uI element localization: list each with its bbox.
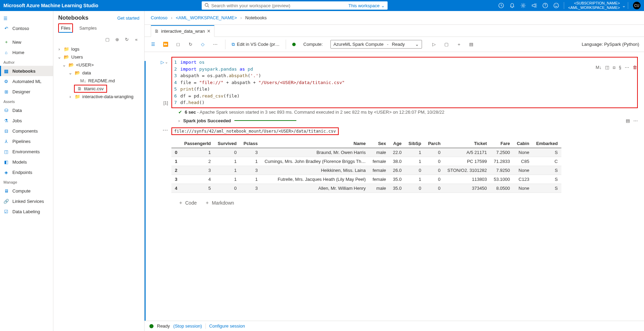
menu-icon[interactable]: ☰ [149,41,157,48]
table-row: 4503Allen, Mr. William Henrymale35.00037… [171,184,561,193]
nav-components[interactable]: ⊟ Components [0,126,53,136]
status-dot-icon [149,324,154,328]
add-compute-icon[interactable]: ＋ [455,41,463,48]
crumb-workspace[interactable]: <AML_WORKSPACE_NAME> [176,15,237,20]
tree-readme[interactable]: M↓ README.md [55,77,142,85]
megaphone-icon[interactable] [529,0,540,11]
nav-jobs[interactable]: ⚗ Jobs [0,115,53,126]
terminal-icon[interactable]: ▢ [104,36,110,42]
nav-linked-services[interactable]: 🔗 Linked Services [0,196,53,206]
file-icon: 🗎 [77,86,82,91]
split-icon[interactable]: ⧈ [613,65,615,70]
avatar[interactable]: CU [633,2,641,9]
add-file-icon[interactable]: ⊕ [114,36,120,42]
line-numbers: 1234567 [174,59,180,106]
clear-icon[interactable]: ◇ [199,41,207,48]
automl-icon: ⚙ [3,79,9,84]
column-header: Fare [490,139,514,148]
language-label[interactable]: Language: PySpark (Python) [582,42,639,47]
linked-icon: 🔗 [3,199,9,204]
nav-endpoints[interactable]: ◈ Endpoints [0,167,53,177]
tree-users[interactable]: ⌄ 📂 Users [55,53,142,61]
cell-toolbar: M↓ ◫ ⧈ § ⋯ 🗑 [595,65,637,70]
column-header: PassengerId [181,139,214,148]
collapse-icon[interactable]: « [133,36,139,42]
compute-select[interactable]: AzureML Spark Compute - Ready ⌄ [330,40,422,49]
edit-in-vscode[interactable]: ⧉ Edit in VS Code (pr… [232,42,279,47]
hamburger-icon[interactable]: ☰ [0,14,53,23]
more-icon[interactable]: ⋯ [211,41,219,48]
plus-icon: ＋ [205,200,210,206]
check-icon: ✔ [178,110,182,115]
nav-pipelines[interactable]: ⅄ Pipelines [0,136,53,146]
help-icon[interactable]: ? [540,0,551,11]
nav-environments[interactable]: ◫ Environments [0,146,53,157]
code-editor[interactable]: 1234567 import os import pyspark.pandas … [171,57,638,108]
delete-cell-icon[interactable]: 🗑 [633,65,637,70]
add-markdown-button[interactable]: ＋ Markdown [205,200,234,206]
run-cell-button[interactable]: ▷ ⌄ [161,60,168,65]
refresh-icon[interactable]: ↻ [124,36,130,42]
compute-status-dot [292,43,296,46]
nav-data[interactable]: ⛁ Data [0,105,53,115]
nav-models[interactable]: ◧ Models [0,157,53,167]
column-header: Embarked [533,139,561,148]
smile-icon[interactable] [551,0,562,11]
configure-session-link[interactable]: Configure session [209,323,245,329]
plus-icon: ＋ [3,39,9,45]
add-code-button[interactable]: ＋ Code [178,200,197,206]
compute-list-icon[interactable]: ▤ [467,41,475,48]
convert-markdown-icon[interactable]: M↓ [595,65,601,70]
tree-interactive[interactable]: › 📁 interactive-data-wrangling [55,93,142,101]
get-started-link[interactable]: Get started [117,15,139,21]
status-ready: Ready [157,323,170,329]
output-list-icon[interactable]: ▤ [626,118,630,123]
code-cell: ▷ ⌄ [1] 1234567 import os import pyspark… [154,57,638,125]
nav-home[interactable]: ⌂ Home [0,47,53,58]
clock-icon[interactable] [496,0,507,11]
models-icon: ◧ [3,159,9,165]
close-icon[interactable]: ✕ [207,29,211,34]
tree-data-folder[interactable]: ⌄ 📂 data [55,69,142,77]
bell-icon[interactable] [507,0,518,11]
tab-samples[interactable]: Samples [79,23,97,33]
restart-icon[interactable]: ↻ [187,41,194,48]
side-panel-icon[interactable]: ◫ [605,65,609,70]
workspace-switcher[interactable]: <SUBSCRIPTION_NAME> <AML_WORKSPACE_NAME> [566,1,622,10]
search-scope-dropdown[interactable]: This workspace ⌄ [348,3,384,8]
search-input[interactable] [211,3,346,8]
exec-info: ✔ 6 sec - Apache Spark session started i… [171,108,638,116]
nav-new[interactable]: ＋ New [0,37,53,47]
nav-notebooks[interactable]: ▤ Notebooks [0,66,53,76]
stop-icon[interactable]: ◻ [174,41,182,48]
column-header: Age [390,139,405,148]
nav-automated-ml[interactable]: ⚙ Automated ML [0,76,53,86]
product-title: Microsoft Azure Machine Learning Studio [3,3,98,8]
file-tab[interactable]: 🗎 interactive_data_wran ✕ [151,25,214,37]
nav-designer[interactable]: ⊞ Designer [0,86,53,97]
nav-compute[interactable]: 🖥 Compute [0,186,53,196]
cell-more-icon[interactable]: ⋯ [625,65,629,70]
output-more-icon[interactable]: ⋯ [633,118,638,123]
tab-files[interactable]: Files [58,23,73,33]
search-box[interactable]: This workspace ⌄ [202,1,388,10]
tree-user[interactable]: ⌄ 📂 <USER> [55,61,142,69]
output-ellipsis[interactable]: ⋯ [154,125,168,206]
run-all-icon[interactable]: ⏩ [162,41,169,48]
gear-icon[interactable] [518,0,529,11]
markdown-icon: M↓ [80,78,86,83]
run-compute-icon[interactable]: ▷ [430,41,438,48]
stop-session-link[interactable]: (Stop session) [173,323,202,329]
snippet-icon[interactable]: § [619,65,621,70]
crumb-notebooks: Notebooks [245,15,267,20]
terminal-icon[interactable]: ▢ [443,41,450,48]
table-row: 2313Heikkinen, Miss. Lainafemale26.000ST… [171,166,561,175]
nav-data-labeling[interactable]: ☑ Data Labeling [0,206,53,217]
tree-titanic[interactable]: 🗎 titanic.csv [74,85,107,93]
crumb-contoso[interactable]: Contoso [151,15,167,20]
search-icon [204,3,209,9]
spark-jobs-row[interactable]: › Spark jobs Succeeded ▤ ⋯ [171,116,638,125]
compute-label: Compute: [303,42,323,47]
tree-logs[interactable]: › 📁 logs [55,45,142,53]
back-link[interactable]: ↶ Contoso [0,23,53,33]
